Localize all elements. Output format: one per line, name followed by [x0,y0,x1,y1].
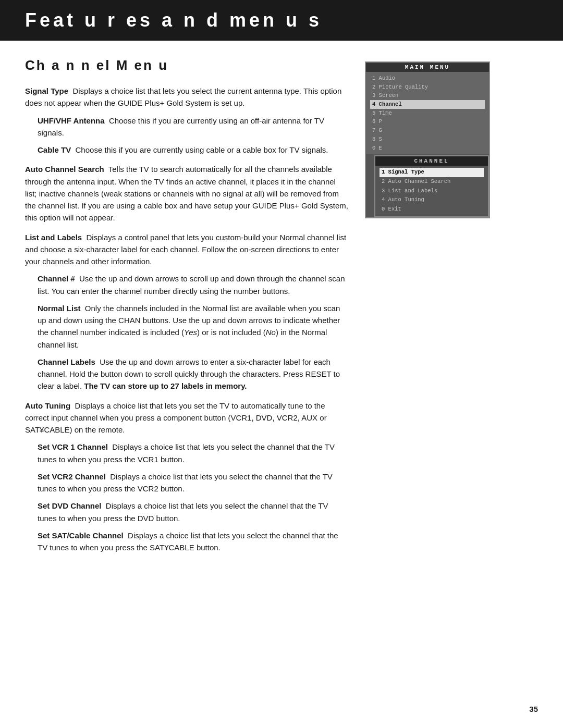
main-menu-item-time: 5 Time [370,109,485,118]
set-dvd-block: Set DVD Channel Displays a choice list t… [38,500,348,524]
channel-labels-term: Channel Labels [38,357,95,366]
section-signal-type: Signal Type Displays a choice list that … [25,85,348,156]
main-menu-items: 1 Audio 2 Picture Quality 3 Screen 4 Cha… [366,72,489,154]
cable-tv-term: Cable TV [38,145,71,154]
main-menu-item-screen: 3 Screen [370,91,485,100]
channel-item-exit: 0 Exit [380,205,484,214]
section-auto-tuning: Auto Tuning Displays a choice list that … [25,400,348,554]
main-menu-item-0: 0 E [370,144,485,153]
signal-type-term: Signal Type [25,87,68,95]
channel-item-auto-search: 2 Auto Channel Search [380,177,484,187]
channel-menu-items: 1 Signal Type 2 Auto Channel Search 3 Li… [375,166,488,216]
page-number: 35 [529,705,538,713]
channel-labels-note: The TV can store up to 27 labels in memo… [84,381,247,390]
header-banner: Feat u r es a n d men u s [0,0,563,41]
main-menu-item-channel: 4 Channel [370,100,485,109]
uhf-vhf-block: UHF/VHF Antenna Choose this if you are c… [38,115,348,139]
channel-hash-block: Channel # Use the up and down arrows to … [38,273,348,297]
channel-menu-title: CHANNEL [375,156,488,166]
page-title: Feat u r es a n d men u s [25,9,538,31]
set-vcr2-block: Set VCR2 Channel Displays a choice list … [38,471,348,495]
section-auto-channel-search: Auto Channel Search Tells the TV to sear… [25,163,348,224]
tv-menu-screenshot: MAIN MENU 1 Audio 2 Picture Quality 3 Sc… [365,61,490,218]
channel-item-signal-type: 1 Signal Type [380,168,484,177]
channel-labels-block: Channel Labels Use the up and down arrow… [38,356,348,392]
auto-tuning-term: Auto Tuning [25,401,70,410]
channel-item-auto-tuning: 4 Auto Tuning [380,195,484,205]
normal-list-block: Normal List Only the channels included i… [38,302,348,351]
set-vcr1-term: Set VCR 1 Channel [38,442,108,451]
normal-list-term: Normal List [38,304,81,313]
right-column: MAIN MENU 1 Audio 2 Picture Quality 3 Sc… [365,57,506,561]
main-menu-item-6: 6 P [370,117,485,126]
main-menu-item-7: 7 G [370,126,485,135]
main-menu-title: MAIN MENU [366,63,489,72]
main-menu-item-picture: 2 Picture Quality [370,83,485,92]
set-sat-block: Set SAT/Cable Channel Displays a choice … [38,529,348,554]
chapter-title: Ch a n n el M en u [25,57,348,73]
content-area: Ch a n n el M en u Signal Type Displays … [0,57,563,561]
set-vcr2-term: Set VCR2 Channel [38,472,106,481]
set-sat-term: Set SAT/Cable Channel [38,531,124,540]
set-vcr1-block: Set VCR 1 Channel Displays a choice list… [38,441,348,465]
list-labels-term: List and Labels [25,233,82,242]
channel-hash-term: Channel # [38,274,75,283]
main-menu-item-audio: 1 Audio [370,74,485,83]
auto-channel-search-term: Auto Channel Search [25,165,104,174]
signal-type-para: Signal Type Displays a choice list that … [25,85,348,109]
main-menu-box: MAIN MENU 1 Audio 2 Picture Quality 3 Sc… [365,61,490,218]
section-list-and-labels: List and Labels Displays a control panel… [25,231,348,392]
cable-tv-block: Cable TV Choose this if you are currentl… [38,144,348,156]
channel-item-list-labels: 3 List and Labels [380,187,484,196]
main-menu-item-8: 8 S [370,135,485,144]
set-dvd-term: Set DVD Channel [38,501,102,510]
left-column: Ch a n n el M en u Signal Type Displays … [25,57,348,561]
channel-submenu: CHANNEL 1 Signal Type 2 Auto Channel Sea… [374,155,489,217]
uhf-term: UHF/VHF Antenna [38,116,105,125]
